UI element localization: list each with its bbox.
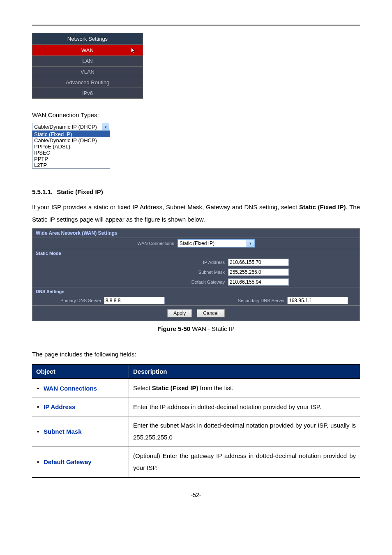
static-mode-band: Static Mode (32, 249, 360, 257)
section-title: Static (Fixed IP) (57, 188, 103, 195)
menu-item-advanced-routing[interactable]: Advanced Routing (32, 77, 143, 88)
secondary-dns-input[interactable] (287, 297, 348, 304)
menu-item-label: Advanced Routing (66, 79, 109, 86)
dns-row: Primary DNS Server Secondary DNS Server (32, 296, 360, 305)
primary-dns-input[interactable] (104, 297, 165, 304)
top-rule (32, 25, 360, 25)
section-heading: 5.5.1.1. Static (Fixed IP) (32, 188, 360, 195)
wan-type-options-list: Static (Fixed IP) Cable/Dynamic IP (DHCP… (32, 131, 110, 169)
menu-item-label: WAN (81, 47, 94, 53)
menu-item-ipv6[interactable]: IPv6 (32, 88, 143, 98)
wan-type-select-value: Cable/Dynamic IP (DHCP) (34, 124, 97, 130)
subnet-mask-label: Subnet Mask (36, 270, 228, 275)
menu-item-vlan[interactable]: VLAN (32, 66, 143, 77)
para-text: If your ISP provides a static or fixed I… (32, 204, 299, 210)
menu-item-lan[interactable]: LAN (32, 56, 143, 66)
menu-item-label: IPv6 (82, 90, 93, 96)
wan-type-select[interactable]: Cable/Dynamic IP (DHCP) ▾ (32, 123, 110, 131)
wan-type-option[interactable]: L2TP (32, 162, 110, 168)
network-settings-menu: Network Settings WAN LAN VLAN Advanced R… (32, 33, 143, 99)
table-row: WAN Connections Select Static (Fixed IP)… (32, 379, 360, 398)
apply-button[interactable]: Apply (167, 309, 192, 317)
wan-type-dropdown: Cable/Dynamic IP (DHCP) ▾ Static (Fixed … (32, 123, 110, 169)
default-gateway-label: Default Gateway (36, 280, 228, 284)
wan-settings-panel: Wide Area Network (WAN) Settings WAN Con… (32, 228, 360, 321)
wan-type-option[interactable]: PPTP (32, 156, 110, 162)
ip-address-row: IP Address (32, 257, 360, 267)
object-description: Enter the IP address in dotted-decimal n… (129, 398, 360, 416)
wan-type-option[interactable]: PPPoE (ADSL) (32, 143, 110, 150)
fields-header-object: Object (32, 364, 129, 379)
desc-text: Select (133, 384, 152, 391)
object-description: Select Static (Fixed IP) from the list. (129, 379, 360, 398)
wan-types-label: WAN Connection Types: (32, 109, 360, 120)
menu-item-label: VLAN (81, 69, 95, 75)
fields-intro: The page includes the following fields: (32, 349, 360, 360)
chevron-down-icon: ▾ (247, 240, 254, 247)
menu-header: Network Settings (32, 33, 143, 45)
table-row: IP Address Enter the IP address in dotte… (32, 398, 360, 416)
panel-title: Wide Area Network (WAN) Settings (32, 229, 360, 238)
object-name: IP Address (36, 403, 125, 410)
object-description: (Optional) Enter the gateway IP address … (129, 447, 360, 478)
figure-label-rest: WAN - Static IP (190, 325, 235, 332)
figure-label-bold: Figure 5-50 (157, 325, 190, 332)
panel-buttons: Apply Cancel (32, 305, 360, 321)
wan-connections-select[interactable]: Static (Fixed IP) ▾ (178, 239, 255, 247)
desc-text: from the list. (198, 384, 233, 391)
section-paragraph: If your ISP provides a static or fixed I… (32, 201, 360, 226)
figure-caption: Figure 5-50 WAN - Static IP (0, 325, 392, 332)
desc-bold: Static (Fixed IP) (152, 384, 198, 391)
subnet-mask-input[interactable] (228, 268, 289, 276)
object-name: Default Gateway (36, 458, 125, 465)
default-gateway-input[interactable] (228, 278, 289, 286)
ip-address-input[interactable] (228, 259, 289, 266)
table-row: Subnet Mask Enter the subnet Mask in dot… (32, 416, 360, 447)
wan-connections-value: Static (Fixed IP) (180, 240, 214, 246)
ip-address-label: IP Address (36, 260, 228, 265)
cancel-button[interactable]: Cancel (197, 309, 224, 317)
menu-item-wan[interactable]: WAN (32, 45, 143, 56)
object-name: Subnet Mask (36, 428, 125, 435)
para-bold: Static (Fixed IP) (299, 204, 346, 210)
primary-dns-label: Primary DNS Server (60, 298, 101, 303)
cursor-icon (129, 47, 137, 55)
object-name: WAN Connections (36, 385, 125, 392)
wan-connections-label: WAN Connections (137, 241, 177, 246)
wan-type-option[interactable]: Cable/Dynamic IP (DHCP) (32, 137, 110, 143)
dns-settings-band: DNS Settings (32, 287, 360, 296)
section-number: 5.5.1.1. (32, 188, 53, 195)
wan-type-option[interactable]: Static (Fixed IP) (32, 131, 110, 137)
table-row: Default Gateway (Optional) Enter the gat… (32, 447, 360, 478)
default-gateway-row: Default Gateway (32, 277, 360, 287)
wan-connections-row: WAN Connections Static (Fixed IP) ▾ (32, 238, 360, 249)
chevron-down-icon: ▾ (102, 123, 109, 130)
menu-item-label: LAN (82, 58, 92, 64)
wan-type-option[interactable]: IPSEC (32, 150, 110, 156)
subnet-mask-row: Subnet Mask (32, 267, 360, 277)
object-description: Enter the subnet Mask in dotted-decimal … (129, 416, 360, 447)
fields-table: Object Description WAN Connections Selec… (32, 364, 360, 478)
secondary-dns-label: Secondary DNS Server (238, 298, 285, 303)
fields-header-description: Description (129, 364, 360, 379)
page-number: -52- (0, 492, 392, 498)
